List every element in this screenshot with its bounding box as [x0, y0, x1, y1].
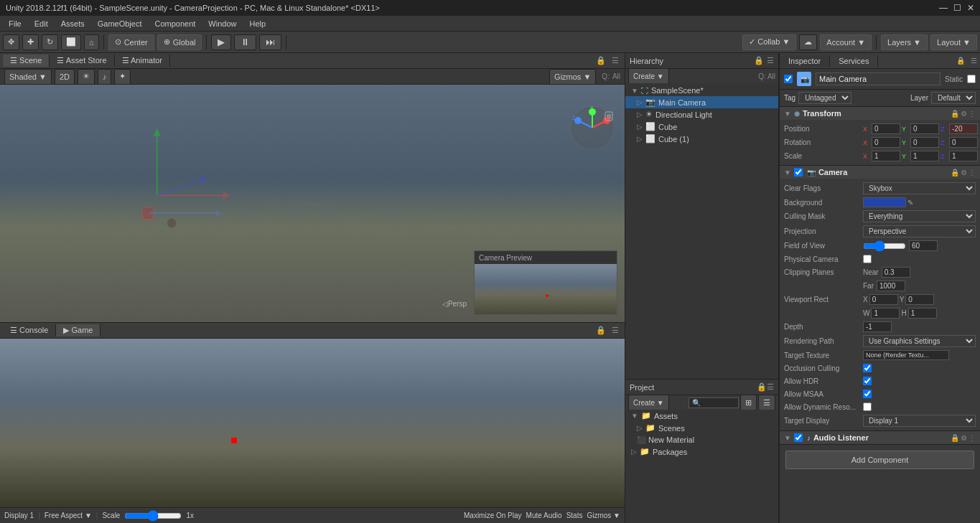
tab-console[interactable]: ☰ Console [3, 324, 56, 336]
project-item-scenes[interactable]: ▷ 📁 Scenes [625, 422, 778, 434]
tool-hand[interactable]: ✥ [3, 34, 19, 50]
mute-audio-toggle[interactable]: Mute Audio [526, 512, 562, 519]
background-color-swatch[interactable] [863, 197, 906, 207]
scene-light-toggle[interactable]: ☀ [78, 69, 95, 85]
camera-header[interactable]: ▼ 📷 Camera 🔒 ⚙ ⋮ [780, 166, 980, 179]
transform-overflow-icon[interactable]: ⋮ [969, 110, 976, 118]
maximize-on-play-toggle[interactable]: Maximize On Play [464, 512, 522, 519]
audio-listener-enabled-checkbox[interactable] [794, 433, 803, 442]
camera-lock-icon[interactable]: 🔒 [951, 169, 959, 176]
tab-asset-store[interactable]: ☰ Asset Store [50, 55, 114, 67]
transform-lock-icon[interactable]: 🔒 [951, 110, 959, 118]
hierarchy-menu-icon[interactable]: ☰ [767, 56, 774, 65]
hierarchy-item-scene[interactable]: ▼ ⛶ SampleScene* [625, 85, 778, 96]
scene-lock-icon[interactable]: 🔒 [593, 56, 609, 65]
tab-animator[interactable]: ☰ Animator [115, 55, 170, 67]
viewport-h-input[interactable] [908, 308, 937, 319]
fov-input[interactable] [909, 240, 938, 251]
project-item-assets[interactable]: ▼ 📁 Assets [625, 410, 778, 422]
rotation-y-input[interactable] [910, 137, 939, 148]
minimize-button[interactable]: — [939, 3, 948, 13]
viewport-x-input[interactable] [869, 294, 898, 305]
menu-edit[interactable]: Edit [29, 18, 54, 29]
project-search-input[interactable] [689, 397, 739, 408]
camera-enabled-checkbox[interactable] [794, 168, 803, 176]
allow-dynamic-res-checkbox[interactable] [863, 402, 872, 411]
menu-file[interactable]: File [3, 18, 27, 29]
allow-hdr-checkbox[interactable] [863, 377, 872, 385]
menu-assets[interactable]: Assets [55, 18, 90, 29]
hierarchy-lock-icon[interactable]: 🔒 [754, 56, 764, 65]
tool-scale[interactable]: ⬜ [61, 34, 81, 50]
rotation-x-input[interactable] [872, 137, 900, 148]
play-button[interactable]: ▶ [211, 34, 231, 50]
viewport-w-input[interactable] [871, 308, 900, 319]
account-dropdown[interactable]: Account ▼ [820, 34, 872, 50]
maximize-button[interactable]: ☐ [953, 3, 961, 13]
inspector-menu-icon[interactable]: ☰ [968, 57, 980, 65]
physical-camera-checkbox[interactable] [863, 255, 872, 263]
transform-header[interactable]: ▼ ⊕ Transform 🔒 ⚙ ⋮ [780, 107, 980, 120]
audio-lock-icon[interactable]: 🔒 [951, 434, 959, 442]
camera-overflow-icon[interactable]: ⋮ [969, 169, 976, 176]
project-menu-icon[interactable]: ☰ [767, 382, 774, 392]
target-texture-input[interactable] [863, 350, 949, 360]
tool-move[interactable]: ✚ [22, 34, 39, 50]
aspect-dropdown[interactable]: Free Aspect ▼ [45, 512, 92, 519]
background-edit-icon[interactable]: ✎ [907, 199, 913, 207]
close-button[interactable]: ✕ [967, 3, 974, 13]
hierarchy-item-dir-light[interactable]: ▷ ☀ Directional Light [625, 108, 778, 121]
gizmos-game-dropdown[interactable]: Gizmos ▼ [587, 512, 620, 519]
target-display-dropdown[interactable]: Display 1 [863, 415, 976, 427]
tab-scene[interactable]: ☰ Scene [3, 55, 50, 67]
static-checkbox[interactable] [967, 75, 976, 83]
position-y-input[interactable] [910, 123, 939, 134]
hierarchy-item-cube1[interactable]: ▷ ⬜ Cube (1) [625, 133, 778, 145]
global-toggle[interactable]: ⊕ Global [157, 34, 202, 50]
stats-toggle[interactable]: Stats [566, 512, 583, 519]
culling-mask-dropdown[interactable]: Everything [863, 210, 976, 222]
collab-button[interactable]: ✓ Collab ▼ [742, 34, 796, 50]
menu-help[interactable]: Help [243, 18, 271, 29]
hierarchy-item-cube[interactable]: ▷ ⬜ Cube [625, 121, 778, 133]
project-icon-toggle[interactable]: ⊞ [740, 395, 757, 410]
transform-settings-icon[interactable]: ⚙ [961, 110, 967, 118]
tab-services[interactable]: Services [830, 55, 878, 67]
object-name-input[interactable] [816, 72, 941, 85]
menu-window[interactable]: Window [202, 18, 242, 29]
cloud-button[interactable]: ☁ [799, 34, 817, 50]
position-x-input[interactable] [872, 123, 900, 134]
scale-z-input[interactable] [949, 151, 978, 161]
step-button[interactable]: ⏭ [259, 34, 281, 50]
fov-slider[interactable] [863, 242, 906, 250]
audio-settings-icon[interactable]: ⚙ [961, 434, 967, 442]
audio-overflow-icon[interactable]: ⋮ [969, 434, 976, 442]
occlusion-culling-checkbox[interactable] [863, 364, 872, 372]
project-create-btn[interactable]: Create ▼ [628, 395, 669, 410]
add-component-button[interactable]: Add Component [785, 451, 974, 469]
game-canvas[interactable] [0, 339, 625, 507]
scale-x-input[interactable] [872, 151, 900, 161]
scene-fx-toggle[interactable]: ✦ [114, 69, 131, 85]
object-enabled-checkbox[interactable] [784, 75, 793, 83]
scale-slider[interactable] [124, 512, 182, 519]
audio-listener-header[interactable]: ▼ ♪ Audio Listener 🔒 ⚙ ⋮ [780, 431, 980, 444]
menu-gameobject[interactable]: GameObject [92, 18, 148, 29]
inspector-lock-icon[interactable]: 🔒 [953, 57, 968, 65]
project-item-packages[interactable]: ▷ 📁 Packages [625, 446, 778, 458]
project-list-toggle[interactable]: ☰ [758, 395, 775, 410]
position-z-input[interactable] [949, 123, 978, 134]
clipping-far-input[interactable] [877, 281, 905, 291]
camera-settings-icon[interactable]: ⚙ [961, 169, 967, 176]
rendering-path-dropdown[interactable]: Use Graphics Settings [863, 335, 976, 347]
scene-menu-icon[interactable]: ☰ [609, 56, 622, 65]
hierarchy-item-main-camera[interactable]: ▷ 📷 Main Camera [625, 96, 778, 108]
tool-rect[interactable]: ⌂ [84, 34, 99, 50]
shaded-dropdown[interactable]: Shaded ▼ [4, 69, 52, 85]
projection-dropdown[interactable]: Perspective [863, 225, 976, 237]
viewport-y-input[interactable] [905, 294, 934, 305]
clear-flags-dropdown[interactable]: Skybox [863, 182, 976, 194]
gizmos-dropdown[interactable]: Gizmos ▼ [549, 69, 596, 85]
menu-component[interactable]: Component [149, 18, 201, 29]
scene-audio-toggle[interactable]: ♪ [98, 69, 112, 85]
